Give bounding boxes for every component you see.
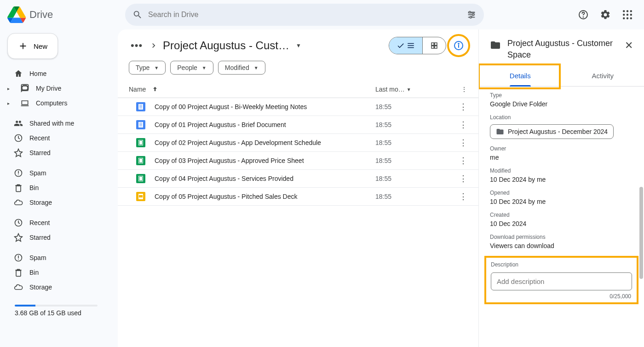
sidebar-item-storage[interactable]: Storage: [7, 195, 110, 210]
svg-point-0: [469, 12, 471, 13]
sidebar-item-starred[interactable]: Starred: [7, 145, 110, 160]
column-modified-header[interactable]: Last mo… ▼: [375, 86, 449, 93]
svg-point-19: [18, 259, 19, 260]
sidebar-item-spam[interactable]: Spam: [7, 250, 110, 265]
file-name[interactable]: Copy of 05 Project Augustus - Pitched Sa…: [155, 193, 375, 200]
view-toggle: [389, 37, 446, 54]
file-more-button[interactable]: ⋮: [449, 120, 467, 130]
file-row[interactable]: Copy of 03 Project Augustus - Approved P…: [118, 152, 478, 170]
tab-details[interactable]: Details: [479, 65, 562, 86]
file-row[interactable]: Copy of 05 Project Augustus - Pitched Sa…: [118, 188, 478, 206]
description-label: Description: [491, 261, 632, 268]
file-more-button[interactable]: ⋮: [449, 138, 467, 148]
sidebar-item-label: Storage: [29, 199, 52, 206]
file-more-button[interactable]: ⋮: [449, 174, 467, 184]
settings-icon[interactable]: [596, 6, 615, 24]
sidebar-item-recent[interactable]: Recent: [7, 215, 110, 230]
storage-bar: [15, 305, 98, 307]
file-row[interactable]: Copy of 04 Project Augustus - Services P…: [118, 170, 478, 188]
file-modified: 18:55: [375, 103, 449, 110]
file-name[interactable]: Copy of 00 Project August - Bi-Weekly Me…: [155, 103, 375, 110]
close-button[interactable]: ✕: [623, 38, 635, 53]
app-name[interactable]: Drive: [29, 9, 53, 21]
location-chip[interactable]: Project Augustus - December 2024: [490, 124, 614, 139]
cloud-icon: [14, 198, 23, 207]
sidebar-item-recent[interactable]: Recent: [7, 131, 110, 145]
plus-icon: [18, 41, 28, 51]
sheet-icon: [136, 156, 145, 165]
search-options-icon[interactable]: [466, 10, 477, 20]
modified-label: Modified: [490, 168, 633, 174]
expand-icon: ▸: [7, 86, 14, 91]
breadcrumb-current[interactable]: Project Augustus - Cust… ▼: [163, 39, 301, 52]
search-icon: [132, 10, 143, 20]
file-row[interactable]: Copy of 00 Project August - Bi-Weekly Me…: [118, 98, 478, 116]
svg-point-8: [623, 14, 625, 16]
help-icon[interactable]: [574, 6, 592, 24]
search-input[interactable]: [148, 11, 466, 19]
sidebar-item-spam[interactable]: Spam: [7, 166, 110, 180]
file-name[interactable]: Copy of 02 Project Augustus - App Develo…: [155, 139, 375, 146]
sidebar-item-my-drive[interactable]: ▸My Drive: [7, 81, 110, 96]
main-content: ••• Project Augustus - Cust… ▼: [118, 29, 478, 347]
svg-point-12: [627, 17, 628, 19]
folder-icon: [490, 40, 501, 51]
filter-modified-chip[interactable]: Modified▼: [218, 61, 265, 75]
file-name[interactable]: Copy of 04 Project Augustus - Services P…: [155, 175, 375, 182]
breadcrumb-overflow-icon[interactable]: •••: [129, 38, 144, 53]
cloud-icon: [14, 283, 23, 292]
details-panel: Project Augustus - Customer Space ✕ Deta…: [478, 29, 644, 347]
sidebar-item-label: Computers: [36, 99, 67, 107]
trash-icon: [14, 268, 23, 277]
file-name[interactable]: Copy of 01 Project Augustus - Brief Docu…: [155, 121, 375, 128]
list-view-button[interactable]: [389, 37, 422, 54]
description-counter: 0/25,000: [610, 293, 631, 300]
file-modified: 18:55: [375, 139, 449, 146]
new-button[interactable]: New: [7, 33, 58, 59]
svg-point-6: [627, 10, 628, 12]
search-bar[interactable]: [125, 4, 484, 26]
file-more-button[interactable]: ⋮: [449, 156, 467, 166]
storage-text: 3.68 GB of 15 GB used: [7, 309, 110, 317]
file-row[interactable]: Copy of 02 Project Augustus - App Develo…: [118, 134, 478, 152]
caret-down-icon: ▼: [407, 87, 411, 92]
grid-view-button[interactable]: [422, 37, 446, 54]
created-value: 10 Dec 2024: [490, 220, 633, 227]
drive-logo-icon[interactable]: [7, 6, 26, 24]
column-more-header[interactable]: ⋮: [449, 86, 467, 93]
column-name-header[interactable]: Name: [129, 86, 375, 93]
file-more-button[interactable]: ⋮: [449, 191, 467, 202]
description-input[interactable]: [491, 272, 632, 290]
sidebar-item-label: Shared with me: [29, 120, 74, 127]
table-header: Name Last mo… ▼ ⋮: [118, 81, 478, 98]
sidebar-item-label: My Drive: [36, 85, 61, 92]
arrow-up-icon: [151, 86, 159, 93]
file-modified: 18:55: [375, 121, 449, 128]
sidebar-item-storage[interactable]: Storage: [7, 280, 110, 295]
sidebar-item-starred[interactable]: Starred: [7, 230, 110, 245]
sidebar-item-bin[interactable]: Bin: [7, 265, 110, 280]
tab-activity[interactable]: Activity: [562, 65, 644, 86]
scrollbar[interactable]: [638, 83, 643, 342]
people-icon: [14, 119, 23, 128]
sidebar-item-shared-with-me[interactable]: Shared with me: [7, 116, 110, 131]
file-name[interactable]: Copy of 03 Project Augustus - Approved P…: [155, 157, 375, 164]
file-more-button[interactable]: ⋮: [449, 102, 467, 112]
panel-title: Project Augustus - Customer Space: [507, 38, 616, 61]
sidebar-item-label: Starred: [29, 234, 51, 241]
apps-icon[interactable]: [618, 6, 637, 24]
sidebar-item-bin[interactable]: Bin: [7, 180, 110, 195]
sidebar-item-home[interactable]: Home: [7, 66, 110, 81]
svg-point-16: [18, 174, 19, 175]
filter-type-chip[interactable]: Type▼: [129, 61, 166, 75]
sheet-icon: [136, 174, 145, 183]
info-button[interactable]: [450, 37, 467, 54]
filter-people-chip[interactable]: People▼: [170, 61, 213, 75]
check-icon: [397, 41, 405, 50]
file-row[interactable]: Copy of 01 Project Augustus - Brief Docu…: [118, 116, 478, 134]
caret-down-icon: ▼: [202, 65, 207, 70]
opened-label: Opened: [490, 190, 633, 196]
sidebar-item-computers[interactable]: ▸Computers: [7, 96, 110, 110]
svg-point-22: [458, 43, 459, 44]
annotation-highlight-box: Description 0/25,000: [484, 256, 638, 304]
